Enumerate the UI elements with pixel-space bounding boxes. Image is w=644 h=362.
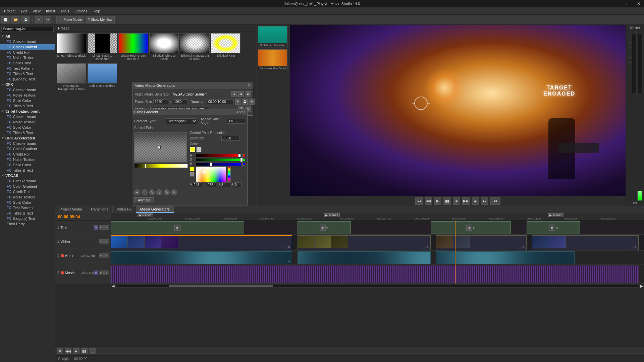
cg-cycle-button[interactable]: ↻ [164,189,170,195]
previous-frame-button[interactable]: ◀◀ [425,197,432,205]
tree-item-fx-titles-text-gpu[interactable]: FX Titles & Text [0,168,55,173]
save-button[interactable]: 💾 [21,16,30,23]
tree-item-fx-titles-text-ofx[interactable]: FX Titles & Text [0,103,55,109]
cg-hue-slider[interactable] [227,167,231,182]
cg-r-value-input[interactable] [193,182,202,187]
tree-item-fx-solid-color-gpu[interactable]: FX Solid Color [0,162,55,168]
vmg-duration-input[interactable] [207,99,234,104]
vmg-save-icon[interactable]: 💾 [242,99,248,105]
track-s-icon-2[interactable]: S [104,239,109,244]
vmg-settings-icon[interactable]: ⚙ [249,99,255,105]
tree-item-fx-titles-text-all[interactable]: FX Titles & Text [0,71,55,76]
thumb-soft-blue-backdrop[interactable]: Soft-Blue Backdrop [88,63,117,91]
track-m-icon-1[interactable]: M [99,225,104,230]
vmg-frame-height-input[interactable] [173,99,188,104]
close-button[interactable]: ✕ [633,0,644,7]
pause-button[interactable]: ▮▮ [443,197,451,205]
scroll-thumb[interactable] [169,285,273,287]
cg-g-value-input[interactable] [207,182,216,187]
next-frame-button[interactable]: ▶▶ [462,197,470,205]
cg-gradient-type-select[interactable]: Rectangular [166,118,197,124]
tree-item-fx-color-gradient-vegas[interactable]: FX Color Gradient [0,184,55,189]
cg-color-picker[interactable] [196,167,226,182]
cg-flip-button[interactable]: ↕ [156,189,162,195]
tree-item-third-party-vegas[interactable]: Third Party [0,221,55,227]
gradient-strip[interactable] [134,164,188,168]
scroll-right-button[interactable]: ▶ [639,284,644,288]
tree-item-fx-legacy-text-vegas[interactable]: FX (Legacy) Text [0,216,55,221]
display-mode-button[interactable]: ■■ [490,197,500,205]
bt-grid-button[interactable]: ⋮ [89,348,96,354]
thumb-elliptical-white-black[interactable]: Elliptical White to Black [149,33,179,61]
maximize-button[interactable]: □ [623,0,633,7]
tree-item-fx-solid-color-ofx[interactable]: FX Solid Color [0,98,55,103]
cg-b-thumb[interactable] [210,162,212,166]
go-to-start-button[interactable]: ⏮ [415,197,423,205]
cg-add-button[interactable]: + [134,189,140,195]
search-input[interactable] [1,26,54,32]
track-record-circle-4[interactable] [61,271,64,275]
vmg-dialog-title[interactable]: Video Media Generators ✕ [133,82,253,89]
tree-group-32bit-header[interactable]: ▼ 32-bit floating point [0,109,55,114]
bt-close-button[interactable]: ✕ [57,348,63,354]
menu-tools[interactable]: Tools [58,8,72,14]
show-me-how-button[interactable]: ? Show Me How [86,16,115,23]
vmg-close-button[interactable]: ✕ [248,83,251,88]
cg-about-button[interactable]: About [236,110,245,114]
menu-help[interactable]: Help [90,8,103,14]
tab-video-fx[interactable]: Video FX [113,206,136,213]
cg-animate-button[interactable]: Animate [134,197,154,203]
tree-group-ofx-header[interactable]: ▼ OFX [0,82,55,87]
cg-eyedropper-2[interactable] [190,172,195,177]
cg-mirror-button[interactable]: ⇆ [149,189,155,195]
bt-storyboard-button[interactable]: ▮▮ [81,348,88,354]
stop-button[interactable]: ■ [453,197,460,205]
thumb-rect-transparent-black[interactable]: Rectangular Transparent to Black [57,63,86,91]
redo-button[interactable]: ↪ [44,16,51,23]
make-movie-button[interactable]: 🎥 Make Movie [56,16,84,23]
music-clip-1[interactable] [111,265,639,283]
track-s-icon-1[interactable]: S [104,225,109,230]
thumb-fancy-wooden-board[interactable]: Fancy Wooden Board [258,49,287,71]
cg-g-slider[interactable] [196,159,241,161]
cg-distance-input[interactable] [221,136,240,141]
tree-item-fx-credit-roll-gpu[interactable]: FX Credit Roll [0,152,55,157]
menu-options[interactable]: Options [72,8,90,14]
audio-clip-3[interactable] [436,251,575,264]
tab-project-media[interactable]: Project Media [55,206,86,213]
thumb-elliptical-transparent-black[interactable]: Elliptical Transparent to Black [180,33,210,61]
thumb-linear-black-transparent[interactable]: Linear Black to Transparent [88,33,117,61]
menu-edit[interactable]: Edit [18,8,30,14]
menu-view[interactable]: View [30,8,43,14]
bt-play-small-button[interactable]: ▶ [73,348,79,354]
video-clip-1[interactable]: ☰ ✎ [111,235,292,250]
tree-item-fx-solid-color-all[interactable]: FX Solid Color [0,60,55,66]
cg-b-slider[interactable] [196,163,241,166]
gradient-control-point[interactable] [158,146,161,149]
scroll-track[interactable] [117,285,638,288]
tree-item-fx-legacy-text-all[interactable]: FX (Legacy) Text [0,76,55,82]
menu-insert[interactable]: Insert [43,8,58,14]
audio-clip-1[interactable]: ♫ [111,251,292,264]
gradient-preview[interactable] [134,132,187,163]
tree-item-fx-noise-texture-all[interactable]: FX Noise Texture [0,55,55,60]
vmg-icon-3[interactable]: ■ [245,91,251,97]
track-m-icon-2[interactable]: M [99,239,104,244]
cg-r-slider[interactable] [196,154,241,157]
track-fx-icon-1[interactable]: fx [94,225,98,230]
tree-item-fx-test-pattern-all[interactable]: FX Test Pattern [0,66,55,71]
video-clip-2[interactable]: ☰ ✎ [298,235,431,250]
thumb-soft-green-backdrop[interactable]: Soft-Green Backdrop [258,26,287,48]
playhead[interactable] [455,221,455,284]
tree-item-fx-noise-texture-32bit[interactable]: FX Noise Texture [0,119,55,125]
cg-b-value-input[interactable] [221,182,230,187]
tree-item-fx-test-pattern-vegas[interactable]: FX Test Pattern [0,205,55,210]
tree-item-fx-credit-roll-all[interactable]: FX Credit Roll [0,50,55,55]
menu-project[interactable]: Project [1,8,18,14]
track-m-icon-3[interactable]: M [99,253,104,258]
track-m-icon-4[interactable]: M [99,270,104,275]
tree-item-fx-checkerboard-vegas[interactable]: FX Checkerboard [0,178,55,184]
thumb-linear-white-black[interactable]: Linear White to Black [57,33,86,61]
tree-item-fx-titles-text-vegas[interactable]: FX Titles & Text [0,210,55,216]
cg-r-thumb[interactable] [238,154,241,158]
